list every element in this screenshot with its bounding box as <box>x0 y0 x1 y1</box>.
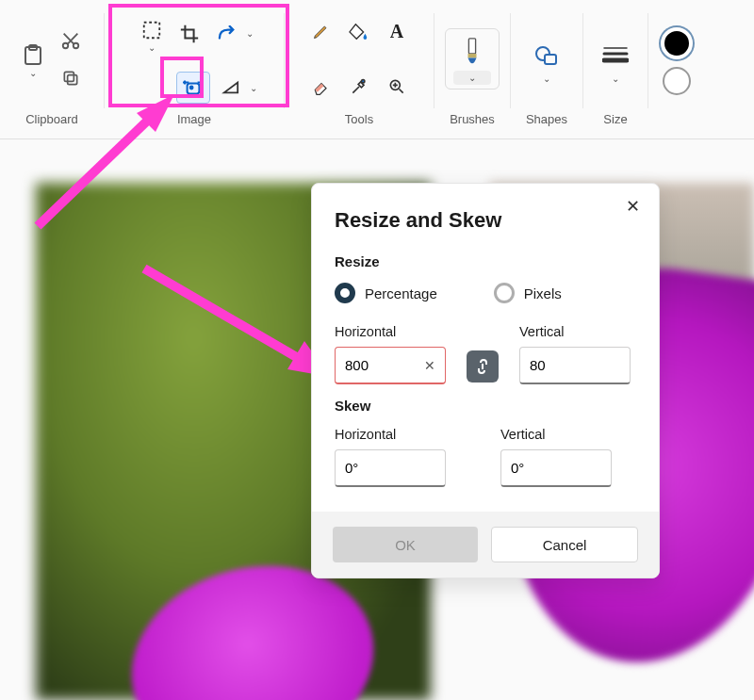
rotate-dropdown[interactable]: ⌄ <box>246 28 254 39</box>
ribbon: ⌄ Clipboard ⌄ <box>0 0 754 139</box>
skew-horizontal-label: Horizontal <box>335 427 446 442</box>
skew-vertical-label: Vertical <box>500 427 612 442</box>
skew-vertical-input[interactable]: 0° <box>500 449 612 487</box>
group-label-clipboard: Clipboard <box>25 112 78 138</box>
crop-button[interactable] <box>172 18 206 50</box>
group-colors <box>648 6 705 138</box>
paste-button[interactable] <box>16 40 50 72</box>
group-label-size: Size <box>603 112 627 138</box>
copy-button[interactable] <box>54 62 88 94</box>
group-image: ⌄ ⌄ ⌄ Image <box>105 6 284 138</box>
svg-rect-6 <box>144 23 160 39</box>
radio-percentage-label: Percentage <box>365 285 437 301</box>
svg-rect-11 <box>468 39 475 54</box>
group-label-tools: Tools <box>345 112 373 138</box>
svg-rect-5 <box>64 72 74 81</box>
cut-button[interactable] <box>54 24 88 57</box>
resize-heading: Resize <box>335 253 636 269</box>
svg-rect-4 <box>68 74 77 84</box>
flip-button[interactable] <box>214 72 248 104</box>
group-size: ⌄ Size <box>583 6 647 138</box>
svg-point-9 <box>362 79 365 82</box>
picker-tool[interactable] <box>342 71 376 103</box>
group-tools: A Tools <box>285 6 434 138</box>
group-clipboard: ⌄ Clipboard <box>0 6 104 138</box>
group-brushes: ⌄ Brushes <box>434 6 510 138</box>
svg-rect-14 <box>545 55 556 64</box>
text-tool[interactable]: A <box>380 15 414 47</box>
pencil-tool[interactable] <box>304 15 338 47</box>
maintain-aspect-toggle[interactable] <box>467 350 499 383</box>
select-button[interactable] <box>135 14 169 46</box>
skew-horizontal-value: 0° <box>345 460 358 476</box>
resize-button[interactable] <box>176 72 210 104</box>
svg-point-3 <box>74 42 79 48</box>
group-label-shapes: Shapes <box>526 112 567 138</box>
skew-horizontal-input[interactable]: 0° <box>335 449 446 487</box>
resize-horizontal-label: Horizontal <box>335 324 446 339</box>
resize-horizontal-value: 800 <box>345 357 369 373</box>
rotate-button[interactable] <box>210 18 244 50</box>
skew-heading: Skew <box>335 398 636 414</box>
primary-color-swatch[interactable] <box>661 27 693 59</box>
radio-pixels-dot <box>494 283 515 303</box>
resize-vertical-value: 80 <box>530 357 546 373</box>
svg-point-8 <box>190 87 193 90</box>
shapes-button[interactable] <box>525 34 568 77</box>
group-label-image: Image <box>177 112 211 138</box>
resize-skew-dialog: ✕ Resize and Skew Resize Percentage Pixe… <box>311 183 660 578</box>
group-label-brushes: Brushes <box>450 112 495 138</box>
secondary-color-swatch[interactable] <box>663 67 691 95</box>
radio-pixels[interactable]: Pixels <box>494 283 562 303</box>
radio-pixels-label: Pixels <box>524 285 562 301</box>
cancel-button[interactable]: Cancel <box>491 527 638 562</box>
radio-percentage-dot <box>335 283 355 303</box>
zoom-tool[interactable] <box>380 71 414 103</box>
svg-rect-12 <box>468 54 477 58</box>
resize-horizontal-input[interactable]: 800 ✕ <box>335 347 446 384</box>
resize-vertical-input[interactable]: 80 <box>519 347 631 384</box>
svg-point-2 <box>63 42 69 48</box>
radio-percentage[interactable]: Percentage <box>335 283 437 303</box>
clear-input-icon[interactable]: ✕ <box>424 358 435 373</box>
flip-dropdown[interactable]: ⌄ <box>250 83 257 93</box>
skew-vertical-value: 0° <box>511 460 524 476</box>
brush-button[interactable] <box>455 33 489 74</box>
dialog-title: Resize and Skew <box>335 208 636 233</box>
eraser-tool[interactable] <box>304 71 338 103</box>
group-shapes: ⌄ Shapes <box>511 6 582 138</box>
size-button[interactable] <box>594 34 637 77</box>
resize-vertical-label: Vertical <box>519 324 631 339</box>
ok-button[interactable]: OK <box>333 527 478 562</box>
dialog-close-button[interactable]: ✕ <box>619 193 646 220</box>
fill-tool[interactable] <box>342 15 376 47</box>
